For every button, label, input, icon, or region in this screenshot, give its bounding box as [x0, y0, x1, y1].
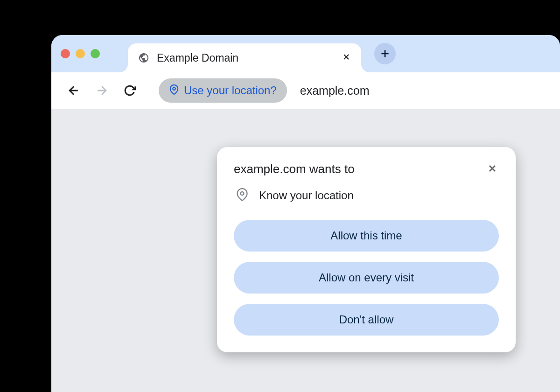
dialog-title: example.com wants to	[234, 162, 355, 176]
address-bar[interactable]: Use your location? example.com	[159, 78, 546, 103]
dialog-close-button[interactable]	[486, 162, 499, 177]
allow-once-button[interactable]: Allow this time	[234, 220, 499, 252]
globe-icon	[138, 52, 149, 63]
permission-dialog: example.com wants to Know your location …	[217, 147, 516, 352]
window-maximize-button[interactable]	[91, 49, 100, 58]
svg-point-1	[241, 192, 244, 195]
browser-tab[interactable]: Example Domain	[128, 43, 361, 72]
location-pin-icon	[169, 84, 179, 97]
permission-row: Know your location	[234, 188, 499, 203]
forward-button[interactable]	[93, 82, 110, 99]
tab-strip: Example Domain	[51, 35, 560, 72]
window-minimize-button[interactable]	[76, 49, 85, 58]
window-controls	[61, 49, 100, 58]
permission-description: Know your location	[259, 189, 354, 202]
permission-chip-label: Use your location?	[184, 84, 277, 97]
dialog-header: example.com wants to	[234, 162, 499, 177]
tab-close-button[interactable]	[342, 52, 351, 63]
window-close-button[interactable]	[61, 49, 70, 58]
svg-point-0	[173, 87, 175, 90]
location-pin-icon	[236, 188, 249, 203]
deny-button[interactable]: Don't allow	[234, 304, 499, 336]
back-button[interactable]	[65, 82, 82, 99]
reload-button[interactable]	[121, 82, 138, 99]
tab-title: Example Domain	[157, 52, 334, 64]
url-text: example.com	[300, 84, 370, 98]
toolbar: Use your location? example.com	[51, 72, 560, 109]
dialog-buttons: Allow this time Allow on every visit Don…	[234, 220, 499, 336]
browser-window: Example Domain Use your location? e	[51, 35, 560, 392]
allow-always-button[interactable]: Allow on every visit	[234, 262, 499, 294]
permission-chip[interactable]: Use your location?	[159, 78, 287, 103]
new-tab-button[interactable]	[374, 43, 396, 64]
